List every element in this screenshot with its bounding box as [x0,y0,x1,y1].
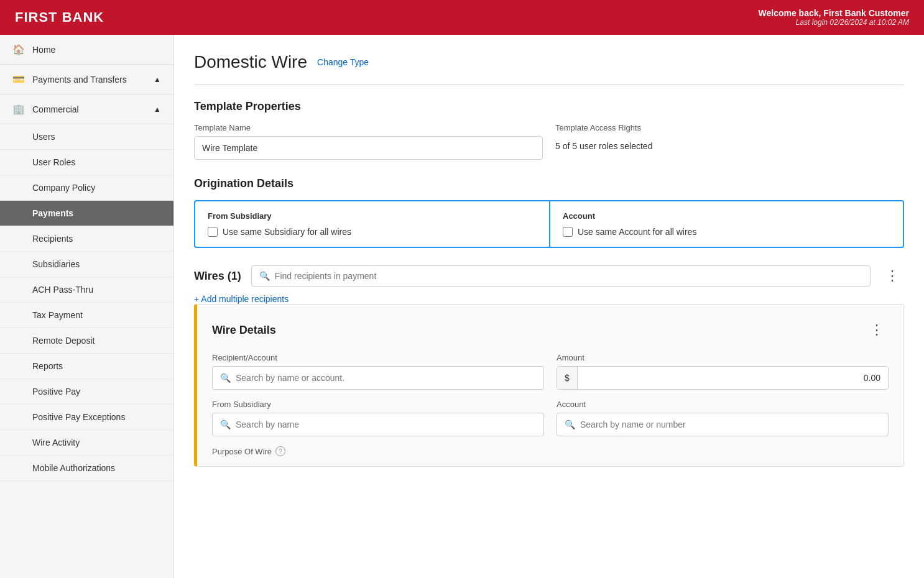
wires-section: Wires (1) 🔍 ⋮ + Add multiple recipients … [194,265,904,467]
from-subsidiary-checkbox-row: Use same Subsidiary for all wires [208,227,537,237]
origination-details-title: Origination Details [194,177,904,190]
sidebar-item-positive-pay-exceptions[interactable]: Positive Pay Exceptions [0,405,173,430]
account-title: Account [563,211,890,221]
search-icon: 🔍 [220,420,231,429]
from-subsidiary-checkbox[interactable] [208,227,218,237]
account-checkbox[interactable] [563,227,573,237]
recipient-account-input[interactable] [236,373,536,383]
wire-fields-row2: From Subsidiary 🔍 Account 🔍 [212,400,889,436]
sidebar-item-commercial[interactable]: 🏢 Commercial ▲ [0,94,173,124]
sidebar-item-label: Tax Payment [32,310,83,320]
search-icon: 🔍 [259,271,270,281]
recipient-account-search[interactable]: 🔍 [212,366,544,390]
from-subsidiary-box: From Subsidiary Use same Subsidiary for … [194,200,549,248]
home-icon: 🏠 [12,44,25,55]
amount-input-row[interactable]: $ [557,366,889,390]
sidebar-item-tax-payment[interactable]: Tax Payment [0,303,173,328]
sidebar-item-label: Mobile Authorizations [32,463,115,473]
sidebar-item-label: Reports [32,361,63,371]
sidebar-item-user-roles[interactable]: User Roles [0,150,173,175]
template-access-label: Template Access Rights [555,123,904,132]
sidebar-item-label: Wire Activity [32,438,80,447]
wire-from-subsidiary-field: From Subsidiary 🔍 [212,400,544,436]
from-subsidiary-checkbox-label: Use same Subsidiary for all wires [223,227,351,237]
sidebar-item-ach-pass-thru[interactable]: ACH Pass-Thru [0,277,173,303]
sidebar-item-label: User Roles [32,157,75,167]
wire-fields-row1: Recipient/Account 🔍 Amount $ [212,353,889,390]
welcome-name: Welcome back, First Bank Customer [759,8,909,18]
recipient-account-field: Recipient/Account 🔍 [212,353,544,390]
purpose-of-wire-row: Purpose Of Wire ? [212,446,889,456]
wire-card-header: Wire Details ⋮ [212,319,889,341]
chevron-up-icon: ▲ [154,75,161,84]
wire-from-subsidiary-search[interactable]: 🔍 [212,413,544,436]
account-checkbox-label: Use same Account for all wires [578,227,696,237]
sidebar-item-reports[interactable]: Reports [0,354,173,379]
search-icon: 🔍 [565,420,575,429]
wires-title: Wires (1) [194,270,241,283]
wire-card-more-menu-button[interactable]: ⋮ [865,319,889,341]
sidebar-item-wire-activity[interactable]: Wire Activity [0,430,173,456]
wire-account-field: Account 🔍 [557,400,889,436]
template-props-grid: Template Name Template Access Rights 5 o… [194,123,904,160]
sidebar-item-label: Remote Deposit [32,336,95,346]
sidebar-item-recipients[interactable]: Recipients [0,226,173,252]
wires-more-menu-button[interactable]: ⋮ [880,265,904,287]
wires-search-input[interactable] [275,271,862,281]
sidebar-item-label: Users [32,132,55,142]
template-properties-section: Template Properties Template Name Templa… [194,100,904,160]
add-multiple-link[interactable]: + Add multiple recipients [194,294,904,304]
wire-from-subsidiary-input[interactable] [236,420,536,429]
account-box: Account Use same Account for all wires [549,200,904,248]
recipient-account-label: Recipient/Account [212,353,544,362]
app-header: FIRST BANK Welcome back, First Bank Cust… [0,0,924,35]
sidebar-item-users[interactable]: Users [0,124,173,150]
template-name-field: Template Name [194,123,543,160]
sidebar-item-payments[interactable]: Payments [0,201,173,226]
wire-from-subsidiary-label: From Subsidiary [212,400,544,409]
sidebar-item-label: Payments [32,208,73,218]
wire-account-input[interactable] [580,420,880,429]
sidebar-item-label: ACH Pass-Thru [32,285,93,295]
sidebar-item-home[interactable]: 🏠 Home [0,35,173,65]
sidebar: 🏠 Home 💳 Payments and Transfers ▲ 🏢 Comm… [0,35,174,578]
app-logo: FIRST BANK [15,9,104,25]
sidebar-item-company-policy[interactable]: Company Policy [0,175,173,201]
sidebar-item-label: Positive Pay Exceptions [32,412,125,422]
purpose-of-wire-label: Purpose Of Wire ? [212,446,889,456]
sidebar-item-mobile-authorizations[interactable]: Mobile Authorizations [0,456,173,481]
wires-header: Wires (1) 🔍 ⋮ [194,265,904,287]
sidebar-item-positive-pay[interactable]: Positive Pay [0,379,173,405]
sidebar-item-label: Positive Pay [32,387,80,397]
origination-grid: From Subsidiary Use same Subsidiary for … [194,200,904,248]
wire-details-card: Wire Details ⋮ Recipient/Account 🔍 Amoun… [194,304,904,467]
add-multiple-recipients-link[interactable]: + Add multiple recipients [194,294,289,304]
chevron-up-icon: ▲ [154,105,161,114]
wire-account-search[interactable]: 🔍 [557,413,889,436]
purpose-label-text: Purpose Of Wire [212,447,272,456]
commercial-icon: 🏢 [12,103,25,115]
template-properties-title: Template Properties [194,100,904,113]
header-welcome: Welcome back, First Bank Customer Last l… [759,8,909,27]
sidebar-item-label: Commercial [32,104,79,114]
wire-account-label: Account [557,400,889,409]
sidebar-item-remote-deposit[interactable]: Remote Deposit [0,328,173,354]
sidebar-item-payments-transfers[interactable]: 💳 Payments and Transfers ▲ [0,65,173,94]
page-title: Domestic Wire [194,52,307,72]
account-checkbox-row: Use same Account for all wires [563,227,890,237]
main-content: Domestic Wire Change Type Template Prope… [174,35,924,578]
payments-icon: 💳 [12,73,25,85]
template-name-input[interactable] [194,136,543,160]
template-name-label: Template Name [194,123,543,132]
sidebar-item-label: Payments and Transfers [32,75,127,85]
origination-details-section: Origination Details From Subsidiary Use … [194,177,904,248]
template-access-value: 5 of 5 user roles selected [555,136,904,151]
divider [194,85,904,85]
amount-input[interactable] [578,367,888,389]
wire-card-title: Wire Details [212,324,276,337]
wires-search-box[interactable]: 🔍 [251,265,871,287]
change-type-link[interactable]: Change Type [317,57,369,67]
sidebar-item-subsidiaries[interactable]: Subsidiaries [0,252,173,277]
sidebar-item-label: Company Policy [32,183,95,193]
info-icon[interactable]: ? [275,446,285,456]
